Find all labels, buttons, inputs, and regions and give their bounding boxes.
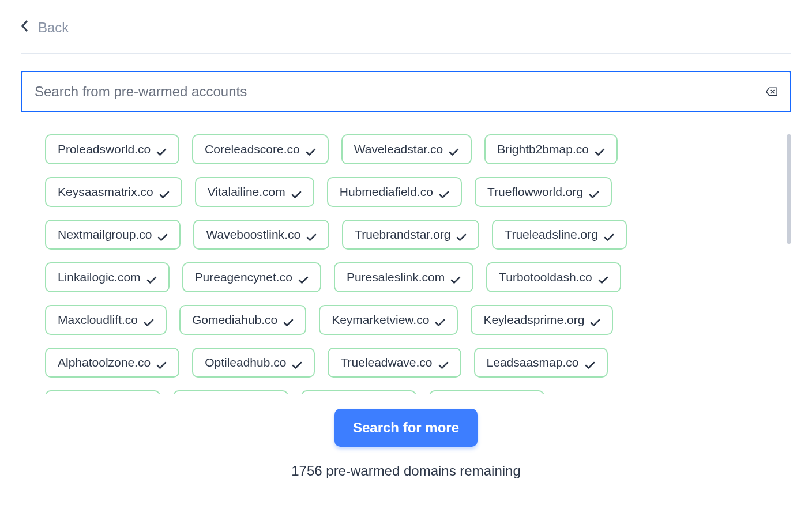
check-icon xyxy=(595,145,605,153)
check-icon xyxy=(298,273,309,281)
check-icon xyxy=(589,188,599,196)
remaining-count: 1756 pre-warmed domains remaining xyxy=(21,463,791,479)
search-wrapper xyxy=(21,71,791,112)
back-label: Back xyxy=(38,20,69,36)
chevron-left-icon xyxy=(21,20,29,36)
check-icon xyxy=(438,359,449,367)
check-icon xyxy=(156,359,167,367)
check-icon xyxy=(306,231,317,239)
scrollbar-thumb[interactable] xyxy=(787,134,791,244)
domain-chip[interactable]: Leadsaasmap.co xyxy=(474,348,608,378)
domain-chip[interactable]: Coreleadscore.co xyxy=(192,134,329,164)
domain-chip[interactable]: Brightb2bmap.co xyxy=(484,134,618,164)
check-icon xyxy=(291,188,302,196)
domain-chip[interactable]: Nextmailgroup.co xyxy=(45,220,181,250)
domain-chip-label: Gomediahub.co xyxy=(192,313,277,327)
domain-chip[interactable]: Vitalailine.com xyxy=(195,177,314,207)
domain-chip[interactable]: Trueleadsline.org xyxy=(492,220,626,250)
check-icon xyxy=(157,231,168,239)
domain-chip[interactable]: Alphatoolzone.co xyxy=(45,348,179,378)
domain-chip-label: Turbotooldash.co xyxy=(499,270,592,284)
domain-chip[interactable] xyxy=(45,390,160,394)
domain-chip[interactable]: Keysaasmatrix.co xyxy=(45,177,182,207)
domain-chip-label: Waveleadstar.co xyxy=(354,142,443,156)
domain-chip-label: Keyleadsprime.org xyxy=(483,313,584,327)
domain-chip[interactable]: Turbotooldash.co xyxy=(486,262,621,292)
divider xyxy=(21,53,791,54)
check-icon xyxy=(144,316,154,324)
domain-chip[interactable]: Proleadsworld.co xyxy=(45,134,179,164)
scrollbar[interactable] xyxy=(787,134,791,394)
domain-chip[interactable] xyxy=(301,390,416,394)
check-icon xyxy=(456,231,467,239)
domain-chip-label: Brightb2bmap.co xyxy=(497,142,589,156)
domain-list: Proleadsworld.coCoreleadscore.coWavelead… xyxy=(21,134,781,394)
domain-chip-label: Vitalailine.com xyxy=(208,185,285,199)
domain-chip[interactable]: Pureagencynet.co xyxy=(182,262,321,292)
domain-chip-label: Trueleadsline.org xyxy=(505,228,597,242)
check-icon xyxy=(292,359,302,367)
search-input[interactable] xyxy=(35,84,766,100)
check-icon xyxy=(590,316,600,324)
domain-chip[interactable]: Keymarketview.co xyxy=(319,305,458,335)
check-icon xyxy=(146,273,157,281)
domain-chip-label: Trueleadwave.co xyxy=(340,356,432,370)
domain-chip[interactable]: Optileadhub.co xyxy=(192,348,315,378)
check-icon xyxy=(439,188,449,196)
domain-chip-label: Optileadhub.co xyxy=(205,356,286,370)
domain-chip-label: Alphatoolzone.co xyxy=(58,356,151,370)
domain-chip[interactable]: Trueflowworld.org xyxy=(475,177,612,207)
domain-chip-label: Keysaasmatrix.co xyxy=(58,185,153,199)
check-icon xyxy=(585,359,595,367)
domain-chip[interactable]: Waveleadstar.co xyxy=(341,134,472,164)
check-icon xyxy=(435,316,445,324)
domain-chip[interactable] xyxy=(429,390,544,394)
domain-chip[interactable]: Waveboostlink.co xyxy=(193,220,329,250)
domain-chip[interactable]: Keyleadsprime.org xyxy=(471,305,613,335)
domain-chip-label: Leadsaasmap.co xyxy=(487,356,579,370)
check-icon xyxy=(156,145,167,153)
domain-chip[interactable]: Hubmediafield.co xyxy=(327,177,462,207)
domain-chip-label: Puresaleslink.com xyxy=(347,270,445,284)
domain-chip-label: Nextmailgroup.co xyxy=(58,228,152,242)
domain-chip[interactable]: Linkailogic.com xyxy=(45,262,170,292)
search-more-button[interactable]: Search for more xyxy=(334,409,478,447)
domain-chip[interactable]: Truebrandstar.org xyxy=(342,220,479,250)
domain-chip[interactable]: Maxcloudlift.co xyxy=(45,305,167,335)
check-icon xyxy=(306,145,316,153)
domain-chip[interactable]: Gomediahub.co xyxy=(179,305,306,335)
domain-chip-label: Coreleadscore.co xyxy=(205,142,300,156)
check-icon xyxy=(159,188,170,196)
domain-chip-label: Proleadsworld.co xyxy=(58,142,151,156)
back-button[interactable]: Back xyxy=(21,12,69,53)
check-icon xyxy=(449,145,459,153)
domain-chip-label: Trueflowworld.org xyxy=(487,185,583,199)
domain-chip-label: Maxcloudlift.co xyxy=(58,313,138,327)
domain-chip[interactable]: Trueleadwave.co xyxy=(328,348,461,378)
clear-backspace-icon[interactable] xyxy=(766,86,777,97)
check-icon xyxy=(283,316,294,324)
check-icon xyxy=(604,231,614,239)
domain-chip-label: Linkailogic.com xyxy=(58,270,141,284)
domain-chip-label: Pureagencynet.co xyxy=(195,270,292,284)
domain-chip-label: Hubmediafield.co xyxy=(340,185,433,199)
check-icon xyxy=(450,273,461,281)
domain-chip-label: Truebrandstar.org xyxy=(355,228,450,242)
domain-chip-label: Keymarketview.co xyxy=(332,313,429,327)
check-icon xyxy=(598,273,608,281)
domain-chip[interactable] xyxy=(173,390,288,394)
domain-chip[interactable]: Puresaleslink.com xyxy=(334,262,473,292)
domain-chip-label: Waveboostlink.co xyxy=(206,228,300,242)
